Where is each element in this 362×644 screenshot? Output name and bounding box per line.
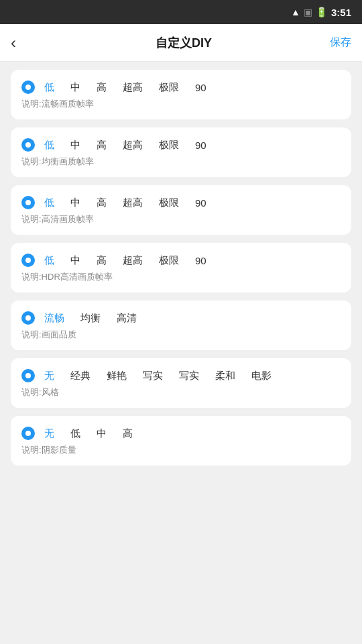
option-label-card4-2[interactable]: 高 <box>88 254 115 267</box>
card-4: 低中高超高极限90说明:HDR高清画质帧率 <box>11 243 351 292</box>
option-label-card1-2[interactable]: 高 <box>88 81 115 94</box>
radio-dot-card4[interactable] <box>21 254 35 267</box>
save-button[interactable]: 保存 <box>330 36 351 50</box>
option-label-card2-2[interactable]: 高 <box>88 139 115 152</box>
status-time: 3:51 <box>331 7 351 18</box>
option-label-card7-2[interactable]: 中 <box>88 427 115 440</box>
option-label-card6-2[interactable]: 鲜艳 <box>99 370 135 382</box>
description-card1: 说明:流畅画质帧率 <box>21 98 341 110</box>
option-label-card6-5[interactable]: 柔和 <box>207 370 243 382</box>
option-label-card2-0[interactable]: 低 <box>36 139 62 152</box>
option-label-card6-4[interactable]: 写实 <box>171 370 207 382</box>
battery-icon: 🔋 <box>316 7 327 17</box>
main-content: 低中高超高极限90说明:流畅画质帧率低中高超高极限90说明:均衡画质帧率低中高超… <box>0 62 362 644</box>
option-label-card4-3[interactable]: 超高 <box>115 254 151 267</box>
page-title: 自定义DIY <box>156 35 212 51</box>
option-label-card7-1[interactable]: 低 <box>62 427 88 440</box>
card-7: 无低中高说明:阴影质量 <box>11 416 351 466</box>
radio-dot-card3[interactable] <box>21 196 35 209</box>
option-label-card4-0[interactable]: 低 <box>36 254 62 267</box>
radio-dot-card5[interactable] <box>21 311 35 325</box>
option-label-card4-4[interactable]: 极限 <box>151 254 187 267</box>
option-label-card5-2[interactable]: 高清 <box>109 312 145 325</box>
option-label-card3-1[interactable]: 中 <box>62 197 88 209</box>
radio-dot-card1[interactable] <box>21 80 35 94</box>
option-label-card2-3[interactable]: 超高 <box>115 139 151 152</box>
option-label-card6-1[interactable]: 经典 <box>62 370 99 382</box>
option-label-card1-4[interactable]: 极限 <box>151 81 187 94</box>
option-label-card1-0[interactable]: 低 <box>36 81 62 94</box>
status-bar: ▲ ▣ 🔋 3:51 <box>0 0 362 24</box>
wifi-icon: ▲ <box>291 7 300 17</box>
card-5: 流畅均衡高清说明:画面品质 <box>11 301 351 350</box>
option-label-card5-1[interactable]: 均衡 <box>72 312 109 325</box>
option-label-card7-3[interactable]: 高 <box>115 427 141 440</box>
description-card6: 说明:风格 <box>21 386 341 398</box>
card-2: 低中高超高极限90说明:均衡画质帧率 <box>11 127 351 177</box>
option-label-card3-3[interactable]: 超高 <box>115 197 151 209</box>
description-card3: 说明:高清画质帧率 <box>21 213 341 225</box>
option-label-card4-1[interactable]: 中 <box>62 254 88 267</box>
option-label-card1-3[interactable]: 超高 <box>115 81 151 94</box>
card-3: 低中高超高极限90说明:高清画质帧率 <box>11 185 351 235</box>
radio-dot-card7[interactable] <box>21 427 35 440</box>
option-label-card6-6[interactable]: 电影 <box>243 370 280 382</box>
radio-dot-card2[interactable] <box>21 138 35 152</box>
card-1: 低中高超高极限90说明:流畅画质帧率 <box>11 70 351 119</box>
back-button[interactable]: ‹ <box>11 34 38 52</box>
option-label-card3-0[interactable]: 低 <box>36 197 62 209</box>
option-label-card6-3[interactable]: 写实 <box>135 370 171 382</box>
description-card4: 说明:HDR高清画质帧率 <box>21 271 341 283</box>
option-label-card5-0[interactable]: 流畅 <box>36 312 72 325</box>
option-label-card4-5[interactable]: 90 <box>187 255 215 266</box>
option-label-card7-0[interactable]: 无 <box>36 427 62 440</box>
option-label-card6-0[interactable]: 无 <box>36 370 62 382</box>
option-label-card1-5[interactable]: 90 <box>187 82 215 93</box>
option-label-card3-5[interactable]: 90 <box>187 197 215 209</box>
option-label-card2-5[interactable]: 90 <box>187 140 215 151</box>
option-label-card2-4[interactable]: 极限 <box>151 139 187 152</box>
option-label-card3-4[interactable]: 极限 <box>151 197 187 209</box>
option-label-card1-1[interactable]: 中 <box>62 81 88 94</box>
signal-icon: ▣ <box>304 7 312 17</box>
option-label-card2-1[interactable]: 中 <box>62 139 88 152</box>
header: ‹ 自定义DIY 保存 <box>0 24 362 62</box>
description-card2: 说明:均衡画质帧率 <box>21 156 341 168</box>
option-label-card3-2[interactable]: 高 <box>88 197 115 209</box>
radio-dot-card6[interactable] <box>21 369 35 382</box>
description-card7: 说明:阴影质量 <box>21 444 341 456</box>
description-card5: 说明:画面品质 <box>21 329 341 341</box>
card-6: 无经典鲜艳写实写实柔和电影说明:风格 <box>11 358 351 408</box>
